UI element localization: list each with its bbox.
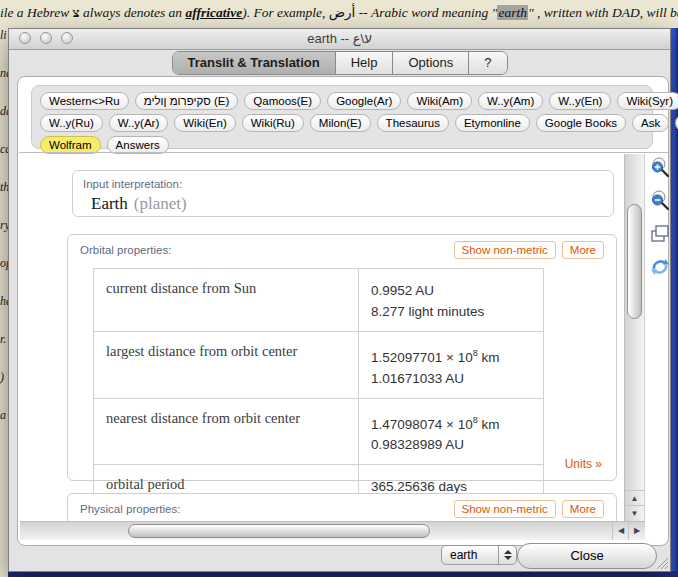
vertical-scrollbar[interactable]: ▲ ▼ [624,154,645,521]
shortcut-button[interactable]: W..y(Am) [478,92,543,110]
property-value: 1.47098074 × 108 km0.98328989 AU [359,398,544,465]
affricative-word: affricative [185,5,242,20]
horizontal-scrollbar[interactable]: ◀ ▶ [20,521,645,540]
orbital-properties-pod: Orbital properties: Show non-metricMore … [67,234,617,481]
shortcut-button[interactable]: Wiki(Ru) [242,114,304,132]
value-line: 0.98328989 AU [371,434,531,455]
planet-name: Earth [91,194,128,213]
property-label: nearest distance from orbit center [94,398,359,465]
scroll-left-arrow[interactable]: ◀ [612,522,629,540]
value-line: 1.01671033 AU [371,368,531,389]
resize-grip[interactable] [654,555,669,570]
value-line: 8.277 light minutes [371,301,531,322]
side-tool-icons [650,157,670,289]
doc-text: ile a Hebrew [0,5,73,20]
tab-help[interactable]: Help [336,52,394,74]
value-line: 1.52097701 × 108 km [371,343,531,368]
shortcut-button[interactable]: Etymonline [455,114,530,132]
shortcut-button[interactable]: Thesaurus [377,114,449,132]
doc-text: -- Arabic word meaning " [355,5,497,20]
value-line: 1.47098074 × 108 km [371,410,531,435]
scroll-down-arrow[interactable]: ▼ [625,505,644,521]
planet-qualifier: (planet) [134,194,187,213]
tab-translit-translation[interactable]: Translit & Translation [173,52,336,74]
shortcut-row: W..y(Ru)W..y(Ar)Wiki(En)Wiki(Ru)Milon(E)… [40,114,644,132]
property-value: 1.52097701 × 108 km1.01671033 AU [359,332,544,399]
more-button[interactable]: More [562,500,604,518]
horizontal-scrollbar-thumb[interactable] [128,524,430,538]
more-button[interactable]: More [562,241,604,259]
pod-label: Input interpretation: [83,178,603,190]
shortcut-button[interactable]: W..y(Ar) [109,114,169,132]
tab-bar: Translit & TranslationHelpOptions? [9,50,670,76]
property-label: current distance from Sun [94,269,359,332]
table-row: current distance from Sun0.9952 AU8.277 … [94,269,544,332]
pod-label: Physical properties: [80,503,180,515]
doc-text: always denotes an [80,5,186,20]
vertical-scrollbar-thumb[interactable] [627,204,642,319]
highlighted-search-word: earth [497,5,528,20]
dropdown-stepper-icon[interactable] [498,546,516,564]
window-titlebar[interactable]: earth -- ع\ע [9,29,670,50]
show-non-metric-button[interactable]: Show non-metric [454,500,556,518]
pod-buttons: Show non-metricMore [454,241,605,259]
units-link[interactable]: Units » [565,457,602,471]
tab-options[interactable]: Options [393,52,469,74]
main-panel: Western<>Ruמילון מורפיקס (E)Qamoos(E)Goo… [17,76,669,546]
shortcut-button[interactable]: Western<>Ru [40,92,129,110]
copy-icon[interactable] [650,223,670,245]
shortcut-button[interactable]: Google(Ar) [327,92,401,110]
doc-text: " , written with DAD, will be [528,5,678,20]
shortcut-button[interactable]: Google Books [536,114,626,132]
shortcut-button[interactable]: Qamoos(E) [244,92,321,110]
hebrew-letter: צ [73,5,80,20]
pod-label: Orbital properties: [80,244,171,256]
input-interpretation-pod: Input interpretation: Earth(planet) [72,170,614,217]
arabic-word: أرض [329,5,356,20]
pod-buttons: Show non-metricMore [454,500,605,518]
value-line: 0.9952 AU [371,280,531,301]
shortcut-button[interactable]: W..y(En) [549,92,611,110]
table-row: largest distance from orbit center1.5209… [94,332,544,399]
shortcut-button[interactable]: Ask [632,114,669,132]
shortcut-button[interactable]: Wiki(Syr) [617,92,678,110]
scroll-right-arrow[interactable]: ▶ [628,522,645,540]
refresh-icon[interactable] [650,256,670,278]
results-area: Input interpretation: Earth(planet) Orbi… [19,152,668,547]
background-document-line: ile a Hebrew צ always denotes an affrica… [0,0,678,28]
orbital-properties-table: current distance from Sun0.9952 AU8.277 … [93,268,544,507]
shortcut-row: Western<>Ruמילון מורפיקס (E)Qamoos(E)Goo… [40,92,644,110]
shortcut-button[interactable]: Wiki(Am) [407,92,472,110]
show-non-metric-button[interactable]: Show non-metric [454,241,556,259]
wolfram-results-view: Input interpretation: Earth(planet) Orbi… [20,154,623,540]
property-value: 0.9952 AU8.277 light minutes [359,269,544,332]
property-label: largest distance from orbit center [94,332,359,399]
window-title: earth -- ع\ע [9,31,670,46]
shortcut-button[interactable]: Wiki(En) [174,114,235,132]
history-dropdown[interactable]: earth [441,545,517,565]
background-window-right-edge [670,28,678,577]
scroll-up-arrow[interactable]: ▲ [625,490,644,506]
zoom-in-icon[interactable] [650,157,670,179]
zoom-out-icon[interactable] [650,190,670,212]
dropdown-value: earth [450,548,477,562]
tab-?[interactable]: ? [469,52,506,74]
input-interpretation-value: Earth(planet) [91,194,603,214]
translit-translation-window: earth -- ع\ע Translit & TranslationHelpO… [8,28,671,572]
shortcut-button-panel: Western<>Ruמילון מורפיקס (E)Qamoos(E)Goo… [31,85,653,149]
shortcut-button[interactable]: Milon(E) [310,114,371,132]
close-button[interactable]: Close [517,543,657,569]
table-row: nearest distance from orbit center1.4709… [94,398,544,465]
doc-text: ). For example, [242,5,329,20]
shortcut-button[interactable]: W..y(Ru) [40,114,103,132]
shortcut-button[interactable]: מילון מורפיקס (E) [135,92,239,110]
tab-group: Translit & TranslationHelpOptions? [172,51,508,75]
